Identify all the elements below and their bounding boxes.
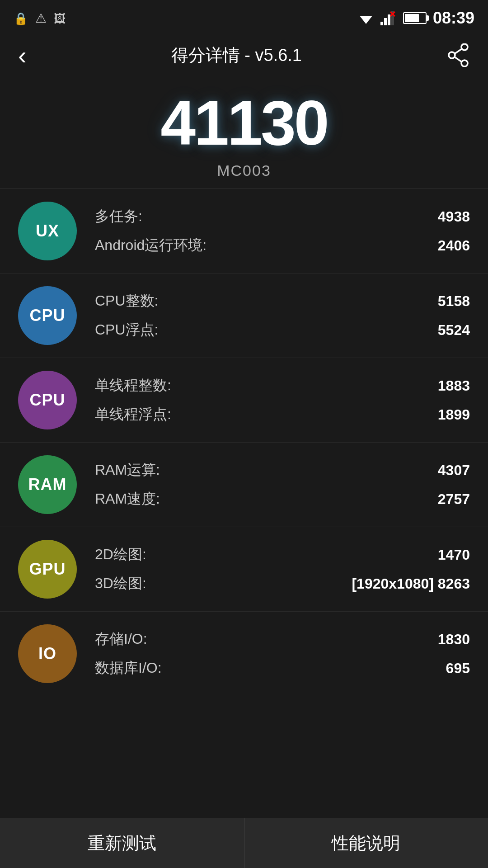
score-label-3-1: RAM速度: xyxy=(95,489,160,509)
score-label-4-1: 3D绘图: xyxy=(95,574,146,594)
score-section: 41130 MC003 xyxy=(0,78,488,189)
score-label-0-1: Android运行环境: xyxy=(95,236,206,255)
share-button[interactable] xyxy=(446,43,470,67)
status-icons-left xyxy=(14,10,66,26)
score-label-4-0: 2D绘图: xyxy=(95,545,146,565)
score-value-4-1: [868x488] 8263 xyxy=(352,576,470,592)
score-row-5: IO存储I/O:1830数据库I/O:695 xyxy=(0,612,488,696)
score-value-3-1: 2757 xyxy=(438,491,470,508)
score-item-2-0: 单线程整数:1883 xyxy=(95,371,470,400)
wifi-icon xyxy=(358,11,374,25)
badge-cpu-2: CPU xyxy=(18,371,77,429)
score-value-5-1: 695 xyxy=(446,660,470,677)
score-row-3: RAMRAM运算:4307RAM速度:2757 xyxy=(0,443,488,527)
score-item-3-1: RAM速度:2757 xyxy=(95,485,470,514)
svg-line-11 xyxy=(455,57,462,62)
score-value-0-1: 2406 xyxy=(438,237,470,254)
warning-icon xyxy=(35,10,47,26)
back-button[interactable]: ‹ xyxy=(18,41,27,70)
score-value-1-0: 5158 xyxy=(438,293,470,310)
score-item-5-0: 存储I/O:1830 xyxy=(95,625,470,654)
badge-cpu-1: CPU xyxy=(18,286,77,345)
page-title: 得分详情 - v5.6.1 xyxy=(171,44,302,67)
score-rows: UX多任务:4938Android运行环境:2406CPUCPU整数:5158C… xyxy=(0,189,488,696)
score-item-0-0: 多任务:4938 xyxy=(95,202,470,231)
header: ‹ 得分详情 - v5.6.1 xyxy=(0,33,488,78)
image-icon xyxy=(54,10,66,26)
score-item-4-0: 2D绘图:1470 xyxy=(95,540,470,569)
svg-point-9 xyxy=(461,60,468,66)
score-details-4: 2D绘图:14703D绘图:[868x488] 8263 xyxy=(77,540,470,598)
svg-rect-3 xyxy=(388,14,390,25)
score-item-3-0: RAM运算:4307 xyxy=(95,456,470,485)
score-label-2-0: 单线程整数: xyxy=(95,376,171,396)
battery-fill xyxy=(405,14,419,22)
score-label-5-0: 存储I/O: xyxy=(95,629,147,649)
score-label-1-1: CPU浮点: xyxy=(95,320,158,340)
score-item-5-1: 数据库I/O:695 xyxy=(95,654,470,683)
score-label-5-1: 数据库I/O: xyxy=(95,658,162,678)
score-item-2-1: 单线程浮点:1899 xyxy=(95,400,470,429)
svg-rect-2 xyxy=(384,18,387,25)
score-row-4: GPU2D绘图:14703D绘图:[868x488] 8263 xyxy=(0,527,488,612)
score-item-0-1: Android运行环境:2406 xyxy=(95,231,470,260)
score-details-3: RAM运算:4307RAM速度:2757 xyxy=(77,456,470,514)
score-value-2-0: 1883 xyxy=(438,377,470,394)
bottom-buttons: 重新测试 性能说明 xyxy=(0,818,488,868)
score-row-1: CPUCPU整数:5158CPU浮点:5524 xyxy=(0,274,488,358)
score-label-1-0: CPU整数: xyxy=(95,291,158,311)
svg-line-10 xyxy=(455,49,462,54)
signal-icon xyxy=(380,11,397,25)
score-value-2-1: 1899 xyxy=(438,406,470,423)
device-name: MC003 xyxy=(0,162,488,179)
time-display: 08:39 xyxy=(433,9,474,28)
score-value-0-0: 4938 xyxy=(438,208,470,225)
score-details-0: 多任务:4938Android运行环境:2406 xyxy=(77,202,470,260)
score-label-0-0: 多任务: xyxy=(95,207,142,226)
score-details-5: 存储I/O:1830数据库I/O:695 xyxy=(77,625,470,683)
score-row-2: CPU单线程整数:1883单线程浮点:1899 xyxy=(0,358,488,443)
svg-point-8 xyxy=(449,52,455,58)
svg-point-7 xyxy=(461,44,468,50)
score-details-2: 单线程整数:1883单线程浮点:1899 xyxy=(77,371,470,429)
score-label-2-1: 单线程浮点: xyxy=(95,405,171,425)
badge-gpu-4: GPU xyxy=(18,540,77,599)
score-details-1: CPU整数:5158CPU浮点:5524 xyxy=(77,287,470,344)
score-row-0: UX多任务:4938Android运行环境:2406 xyxy=(0,189,488,274)
score-value-5-0: 1830 xyxy=(438,631,470,648)
svg-marker-0 xyxy=(360,16,372,24)
score-item-4-1: 3D绘图:[868x488] 8263 xyxy=(95,569,470,598)
performance-button[interactable]: 性能说明 xyxy=(244,818,488,868)
total-score: 41130 xyxy=(0,91,488,155)
score-value-3-0: 4307 xyxy=(438,462,470,479)
badge-io-5: IO xyxy=(18,624,77,683)
score-value-1-1: 5524 xyxy=(438,322,470,339)
svg-rect-1 xyxy=(380,22,383,25)
score-label-3-0: RAM运算: xyxy=(95,460,160,480)
status-bar: 08:39 xyxy=(0,0,488,33)
retest-button[interactable]: 重新测试 xyxy=(0,818,244,868)
score-item-1-0: CPU整数:5158 xyxy=(95,287,470,316)
score-value-4-0: 1470 xyxy=(438,547,470,563)
lock-icon xyxy=(14,10,28,26)
score-item-1-1: CPU浮点:5524 xyxy=(95,316,470,344)
badge-ram-3: RAM xyxy=(18,455,77,514)
status-icons-right: 08:39 xyxy=(358,9,474,28)
battery-icon xyxy=(403,12,427,24)
badge-ux-0: UX xyxy=(18,202,77,260)
